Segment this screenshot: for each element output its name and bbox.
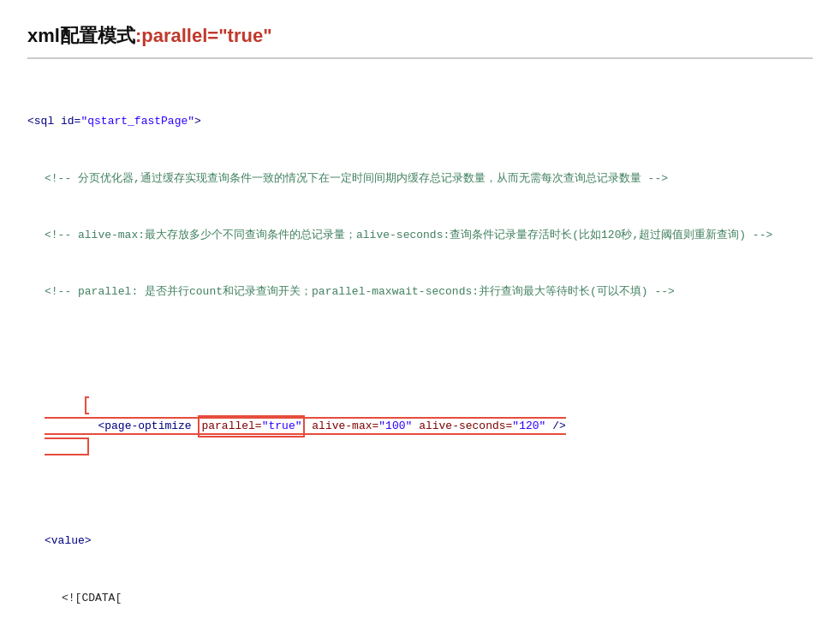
section1-title-prefix: xml配置模式: [27, 25, 135, 46]
xml-cdata-open: <![CDATA[: [27, 589, 813, 608]
section1-title: xml配置模式:parallel="true": [27, 21, 813, 59]
xml-comment2: <!-- alive-max:最大存放多少个不同查询条件的总记录量；alive-…: [27, 226, 813, 245]
xml-comment1: <!-- 分页优化器,通过缓存实现查询条件一致的情况下在一定时间间期内缓存总记录…: [27, 170, 813, 188]
xml-line-sql-open: <sql id="qstart_fastPage">: [27, 112, 813, 131]
xml-comment3: <!-- parallel: 是否并行count和记录查询开关；parallel…: [27, 283, 813, 301]
xml-value-open: <value>: [27, 532, 813, 551]
page-container: xml配置模式:parallel="true" <sql id="qstart_…: [27, 21, 813, 625]
xml-page-optimize-line: <page-optimize parallel="true" alive-max…: [27, 378, 813, 475]
section1-title-highlight: :parallel="true": [135, 25, 272, 46]
xml-code-block: <sql id="qstart_fastPage"> <!-- 分页优化器,通过…: [27, 74, 813, 625]
